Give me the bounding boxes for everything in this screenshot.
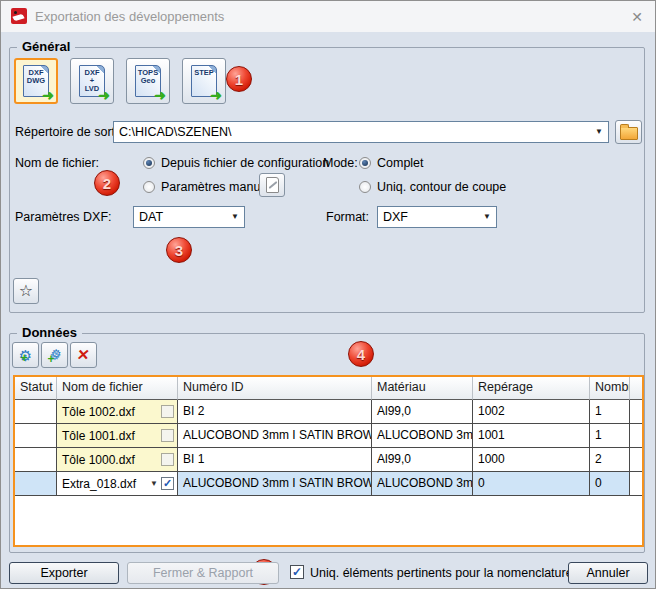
group-donnees-legend: Données — [17, 325, 82, 341]
cell-reperage: 0 — [473, 472, 590, 496]
green-arrow-icon: ➜ — [154, 89, 166, 101]
radio-manual-params[interactable]: Paramètres manuels — [143, 176, 276, 198]
cell-nombre: 0 — [590, 472, 630, 496]
delete-row-button[interactable]: ✕ — [70, 342, 97, 368]
export-dialog: Exportation des développements ✕ Général… — [0, 0, 656, 589]
cell-nombre: 1 — [590, 424, 630, 448]
table-row-2[interactable]: Tôle 1001.dxf ALUCOBOND 3mm I SATIN BROW… — [15, 424, 642, 448]
close-icon[interactable]: ✕ — [627, 7, 647, 27]
gears-plus-icon: ⚙⚙+ — [46, 346, 64, 364]
add-assembly-button[interactable]: ⚙⚙+ — [41, 342, 68, 368]
delete-x-icon: ✕ — [76, 346, 91, 364]
green-arrow-icon: ➜ — [210, 89, 222, 101]
cell-id: ALUCOBOND 3mm I SATIN BROWN — [178, 424, 372, 448]
cell-id: ALUCOBOND 3mm I SATIN BROWN — [178, 472, 372, 496]
cell-id: BI 2 — [178, 400, 372, 424]
table-row-1[interactable]: Tôle 1002.dxf BI 2 Al99,0 1002 1 — [15, 400, 642, 424]
format-button-tops-geo[interactable]: TOPS Geo ➜ — [126, 58, 170, 104]
col-filler — [630, 377, 642, 400]
close-report-button[interactable]: Fermer & Rapport — [127, 562, 279, 584]
browse-folder-button[interactable] — [615, 120, 642, 144]
cell-filler — [630, 448, 642, 472]
cell-reperage: 1000 — [473, 448, 590, 472]
cell-filename-editable[interactable]: Extra_018.dxf ▼ ✓ — [57, 472, 178, 496]
cell-material: Al99,0 — [372, 448, 473, 472]
radio-mode-complet[interactable]: Complet — [359, 152, 424, 174]
chevron-down-icon[interactable]: ▼ — [231, 207, 239, 227]
cell-material: ALUCOBOND 3mm — [372, 424, 473, 448]
row-checkbox-unchecked[interactable] — [161, 453, 174, 466]
step-badge-3: 3 — [166, 237, 192, 263]
folder-icon — [620, 127, 638, 140]
document-icon: STEP ➜ — [191, 65, 217, 97]
document-icon: DXF DWG ➜ — [23, 65, 49, 97]
star-icon: ☆ — [19, 283, 33, 299]
row-checkbox-checked[interactable]: ✓ — [161, 477, 174, 490]
export-button[interactable]: Exporter — [9, 562, 119, 584]
cell-material: Al99,0 — [372, 400, 473, 424]
chevron-down-icon[interactable]: ▼ — [483, 207, 491, 227]
bom-relevant-checkbox[interactable]: ✓ — [290, 565, 304, 579]
cell-reperage: 1001 — [473, 424, 590, 448]
col-filename[interactable]: Nom de fichier — [57, 377, 178, 400]
col-statut[interactable]: Statut — [15, 377, 57, 400]
cell-filename[interactable]: Tôle 1000.dxf — [57, 448, 178, 472]
cell-filename[interactable]: Tôle 1001.dxf — [57, 424, 178, 448]
cell-statut — [15, 400, 57, 424]
table-row-4-selected[interactable]: Extra_018.dxf ▼ ✓ ALUCOBOND 3mm I SATIN … — [15, 472, 642, 496]
table-row-3[interactable]: Tôle 1000.dxf BI 1 Al99,0 1000 2 — [15, 448, 642, 472]
cell-statut — [15, 448, 57, 472]
radio-icon — [143, 157, 155, 169]
cell-statut — [15, 472, 57, 496]
output-dir-combo[interactable]: C:\HICAD\SZENEN\ ▼ — [113, 121, 609, 143]
col-reperage[interactable]: Repérage — [473, 377, 590, 400]
format-button-step[interactable]: STEP ➜ — [182, 58, 226, 104]
cancel-button[interactable]: Annuler — [568, 562, 648, 584]
step-badge-4: 4 — [348, 341, 374, 367]
group-general-legend: Général — [17, 39, 75, 55]
cell-statut — [15, 424, 57, 448]
filename-dropdown-icon[interactable]: ▼ — [150, 473, 158, 495]
col-nombre[interactable]: Nombre — [590, 377, 630, 400]
export-table: Statut Nom de fichier Numéro ID Matériau… — [13, 375, 644, 547]
row-checkbox-unchecked[interactable] — [161, 429, 174, 442]
dxf-params-label: Paramètres DXF: — [15, 206, 112, 228]
radio-icon — [359, 181, 371, 193]
table-header: Statut Nom de fichier Numéro ID Matériau… — [15, 377, 642, 400]
format-button-dxf-lvd[interactable]: DXF + LVD ➜ — [70, 58, 114, 104]
favorites-button[interactable]: ☆ — [13, 278, 39, 304]
filename-label: Nom de fichier: — [15, 152, 99, 174]
window-title: Exportation des développements — [35, 1, 224, 32]
app-icon — [11, 8, 27, 24]
cell-filename[interactable]: Tôle 1002.dxf — [57, 400, 178, 424]
gear-plus-icon: ⚙+ — [19, 348, 32, 363]
add-part-button[interactable]: ⚙+ — [12, 342, 39, 368]
format-value: DXF — [383, 210, 408, 224]
radio-icon — [143, 181, 155, 193]
green-arrow-icon: ➜ — [42, 89, 54, 101]
bom-relevant-label: Uniq. éléments pertinents pour la nomenc… — [310, 565, 573, 581]
dxf-params-value: DAT — [139, 210, 163, 224]
format-button-dxf-dwg[interactable]: DXF DWG ➜ — [14, 58, 58, 104]
row-checkbox-unchecked[interactable] — [161, 405, 174, 418]
cell-material: ALUCOBOND 3mm — [372, 472, 473, 496]
radio-icon — [359, 157, 371, 169]
cell-filler — [630, 400, 642, 424]
col-material[interactable]: Matériau — [372, 377, 473, 400]
format-label: Format: — [326, 206, 369, 228]
edit-page-icon — [266, 177, 279, 193]
dxf-params-select[interactable]: DAT ▼ — [133, 206, 245, 228]
cell-reperage: 1002 — [473, 400, 590, 424]
step-badge-1: 1 — [226, 66, 252, 92]
cell-nombre: 1 — [590, 400, 630, 424]
radio-from-config[interactable]: Depuis fichier de configuration — [143, 152, 329, 174]
document-icon: DXF + LVD ➜ — [79, 65, 105, 97]
radio-mode-cut-contour[interactable]: Uniq. contour de coupe — [359, 176, 506, 198]
edit-manual-params-button[interactable] — [259, 173, 285, 197]
output-dir-label: Répertoire de sortie: — [15, 121, 128, 143]
col-id[interactable]: Numéro ID — [178, 377, 372, 400]
mode-label: Mode: — [323, 152, 358, 174]
cell-filler — [630, 424, 642, 448]
chevron-down-icon[interactable]: ▼ — [595, 122, 603, 142]
format-select[interactable]: DXF ▼ — [377, 206, 497, 228]
